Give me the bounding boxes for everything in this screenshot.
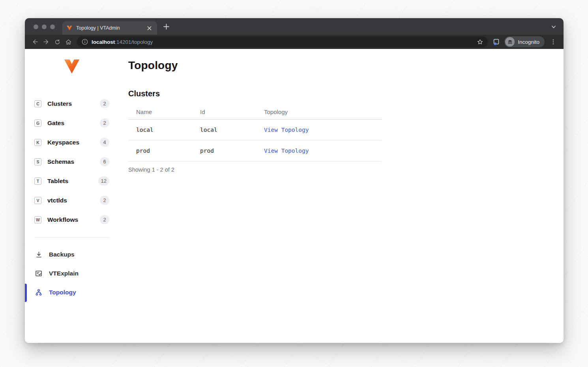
count-badge: 2: [100, 215, 109, 224]
count-badge: 6: [100, 157, 109, 166]
sidebar: C Clusters 2 G Gates 2 K Keyspaces 4 S S…: [25, 49, 119, 343]
home-icon[interactable]: [63, 36, 74, 47]
clusters-letter-icon: C: [34, 100, 41, 107]
tab-strip: Topology | VTAdmin: [25, 18, 564, 35]
sidebar-item-backups[interactable]: Backups: [34, 245, 109, 264]
sidebar-item-topology[interactable]: Topology: [34, 283, 109, 302]
sidebar-item-workflows[interactable]: W Workflows 2: [34, 210, 109, 229]
count-badge: 12: [98, 176, 109, 185]
schemas-letter-icon: S: [34, 158, 41, 165]
cluster-topology-cell: View Topology: [256, 140, 382, 161]
sidebar-item-label: VTExplain: [49, 270, 79, 277]
active-nav-indicator: [25, 284, 27, 302]
sidebar-item-tablets[interactable]: T Tablets 12: [34, 171, 109, 191]
sidebar-item-label: Backups: [49, 251, 75, 258]
keyspaces-letter-icon: K: [34, 139, 41, 146]
sidebar-item-label: Schemas: [47, 158, 74, 165]
cluster-topology-cell: View Topology: [256, 120, 382, 140]
sidebar-item-label: Tablets: [47, 178, 68, 185]
incognito-spy-icon: [505, 37, 515, 47]
back-icon[interactable]: [30, 36, 41, 47]
forward-icon[interactable]: [41, 36, 52, 47]
site-info-icon[interactable]: [82, 39, 88, 45]
sidebar-item-clusters[interactable]: C Clusters 2: [34, 94, 109, 113]
address-bar[interactable]: localhost:14201/topology: [77, 36, 488, 47]
topology-icon: [34, 288, 43, 297]
column-header-topology: Topology: [256, 105, 382, 120]
column-header-name: Name: [128, 105, 192, 120]
browser-tab[interactable]: Topology | VTAdmin: [62, 21, 157, 35]
side-panel-icon[interactable]: [491, 36, 502, 47]
url-host: localhost: [92, 39, 115, 45]
sidebar-item-label: Gates: [47, 120, 64, 127]
count-badge: 2: [100, 118, 109, 127]
workflows-letter-icon: W: [34, 216, 41, 223]
chevron-down-icon[interactable]: [550, 23, 557, 30]
gates-letter-icon: G: [34, 120, 41, 127]
vitess-favicon: [66, 25, 73, 31]
cluster-id-cell: local: [192, 120, 256, 140]
cluster-name-cell: local: [128, 120, 192, 140]
sidebar-item-label: vtctlds: [47, 197, 67, 204]
sidebar-item-keyspaces[interactable]: K Keyspaces 4: [34, 133, 109, 152]
incognito-badge[interactable]: Incognito: [504, 36, 545, 47]
clusters-section-title: Clusters: [128, 89, 564, 98]
url-path: :14201/topology: [115, 39, 153, 45]
sidebar-item-vtctlds[interactable]: V vtctlds 2: [34, 191, 109, 210]
tab-title: Topology | VTAdmin: [76, 25, 145, 31]
sidebar-item-label: Keyspaces: [47, 139, 79, 146]
vtctlds-letter-icon: V: [34, 197, 41, 204]
view-topology-link[interactable]: View Topology: [264, 127, 309, 133]
count-badge: 2: [100, 196, 109, 205]
close-window-button[interactable]: [34, 24, 38, 29]
window-controls[interactable]: [34, 24, 55, 29]
incognito-label: Incognito: [518, 39, 539, 45]
close-tab-icon[interactable]: [145, 24, 153, 32]
view-topology-link[interactable]: View Topology: [264, 148, 309, 154]
sidebar-item-schemas[interactable]: S Schemas 6: [34, 152, 109, 171]
reload-icon[interactable]: [52, 36, 63, 47]
vitess-logo[interactable]: [63, 57, 81, 75]
browser-window: Topology | VTAdmin loca: [25, 18, 564, 343]
minimize-window-button[interactable]: [42, 24, 47, 29]
pagination-status: Showing 1 - 2 of 2: [128, 167, 564, 173]
sidebar-divider: [34, 237, 109, 238]
bookmark-star-icon[interactable]: [474, 36, 485, 47]
document-check-icon: [34, 269, 43, 278]
sidebar-item-label: Topology: [49, 289, 76, 296]
sidebar-item-gates[interactable]: G Gates 2: [34, 113, 109, 133]
table-row: local local View Topology: [128, 120, 382, 140]
page-title: Topology: [128, 59, 564, 72]
count-badge: 4: [100, 138, 109, 147]
download-icon: [34, 250, 43, 259]
main-content: Topology Clusters Name Id Topology local…: [119, 49, 564, 343]
column-header-id: Id: [192, 105, 256, 120]
cluster-name-cell: prod: [128, 140, 192, 161]
vtadmin-page: C Clusters 2 G Gates 2 K Keyspaces 4 S S…: [25, 49, 564, 343]
tablets-letter-icon: T: [34, 178, 41, 185]
sidebar-nav: C Clusters 2 G Gates 2 K Keyspaces 4 S S…: [25, 94, 119, 229]
new-tab-icon[interactable]: [162, 22, 170, 30]
sidebar-item-label: Clusters: [47, 100, 72, 107]
count-badge: 2: [100, 99, 109, 108]
url-text[interactable]: localhost:14201/topology: [92, 39, 153, 45]
table-header-row: Name Id Topology: [128, 105, 382, 120]
sidebar-tools: Backups VTExplain Topology: [25, 245, 119, 302]
sidebar-item-label: Workflows: [47, 216, 78, 223]
sidebar-item-vtexplain[interactable]: VTExplain: [34, 264, 109, 283]
zoom-window-button[interactable]: [50, 24, 55, 29]
cluster-id-cell: prod: [192, 140, 256, 161]
table-row: prod prod View Topology: [128, 140, 382, 161]
browser-menu-icon[interactable]: [548, 36, 559, 47]
browser-toolbar: localhost:14201/topology Incognito: [25, 35, 564, 49]
clusters-table: Name Id Topology local local View Topolo…: [128, 105, 382, 161]
